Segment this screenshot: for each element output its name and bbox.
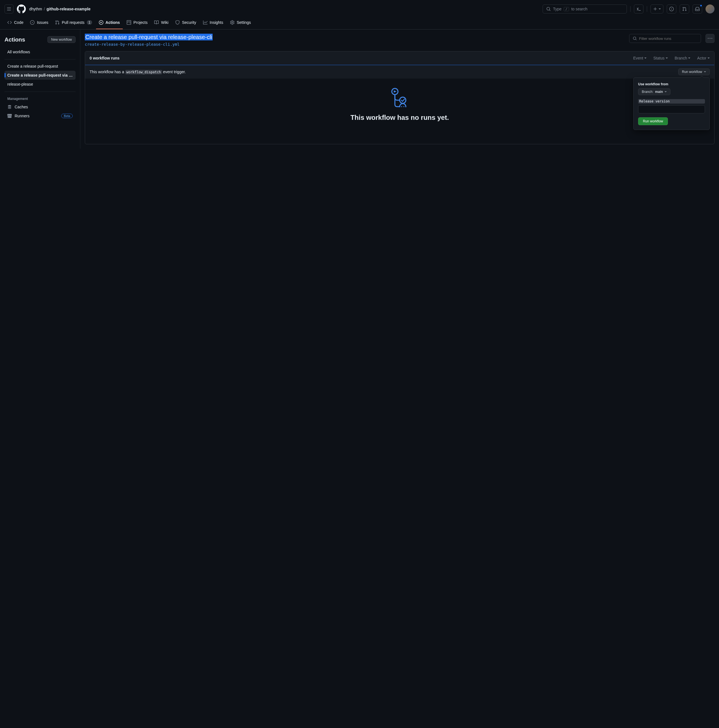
- filter-status[interactable]: Status: [653, 56, 668, 60]
- chevron-down-icon: [688, 58, 690, 59]
- notification-indicator: [700, 4, 702, 7]
- create-new-button[interactable]: [650, 5, 664, 14]
- gear-icon: [230, 20, 235, 25]
- branch-selector[interactable]: Branch: main: [638, 89, 670, 95]
- repo-nav: Code Issues Pull requests1 Actions Proje…: [0, 18, 719, 29]
- svg-point-1: [400, 97, 406, 103]
- pull-request-icon: [55, 20, 60, 25]
- tab-projects[interactable]: Projects: [124, 18, 150, 29]
- chevron-down-icon: [659, 8, 661, 9]
- sidebar: Actions New workflow All workflows Creat…: [0, 29, 80, 149]
- tab-security[interactable]: Security: [172, 18, 199, 29]
- sidebar-item-workflow-1[interactable]: Create a release pull-request via relea…: [5, 71, 75, 80]
- empty-state: This workflow has no runs yet.: [85, 79, 714, 144]
- search-icon: [633, 36, 637, 41]
- issues-icon: [30, 20, 35, 25]
- workflow-illustration-icon: [390, 87, 409, 107]
- chevron-down-icon: [664, 91, 667, 92]
- runners-label: Runners: [15, 114, 29, 118]
- breadcrumb-separator: /: [44, 7, 45, 11]
- search-input[interactable]: Type / to search: [543, 5, 627, 14]
- global-header: dhythm / github-release-example Type / t…: [0, 0, 719, 18]
- search-suffix: to search: [571, 7, 587, 11]
- run-workflow-button[interactable]: Run workflow: [678, 69, 710, 75]
- notifications-button[interactable]: [693, 5, 702, 14]
- inbox-icon: [695, 7, 700, 11]
- menu-button[interactable]: [5, 5, 14, 14]
- tab-wiki[interactable]: Wiki: [152, 18, 171, 29]
- release-version-label: Release version: [638, 99, 705, 104]
- filter-actor[interactable]: Actor: [697, 56, 710, 60]
- search-kbd: /: [564, 7, 569, 11]
- run-workflow-dropdown: Use workflow from Branch: main Release v…: [633, 78, 710, 130]
- pulls-count: 1: [87, 20, 92, 25]
- tab-issues[interactable]: Issues: [27, 18, 51, 29]
- pull-request-icon: [682, 7, 687, 11]
- tab-code[interactable]: Code: [5, 18, 26, 29]
- caches-label: Caches: [15, 105, 28, 109]
- filter-event[interactable]: Event: [633, 56, 647, 60]
- management-heading: Management: [5, 94, 75, 102]
- book-icon: [154, 20, 159, 25]
- svg-point-4: [403, 106, 405, 107]
- tab-settings[interactable]: Settings: [227, 18, 254, 29]
- runs-box: 0 workflow runs Event Status Branch Acto…: [85, 51, 714, 144]
- owner-link[interactable]: dhythm: [29, 7, 42, 11]
- dispatch-text: This workflow has a workflow_dispatch ev…: [90, 70, 185, 74]
- workflow-file-link[interactable]: create-release-by-release-please-cli.yml: [85, 42, 625, 47]
- new-workflow-button[interactable]: New workflow: [48, 36, 75, 43]
- kebab-menu-button[interactable]: [705, 34, 714, 43]
- content: Create a release pull-request via releas…: [80, 29, 719, 149]
- shield-icon: [175, 20, 180, 25]
- release-version-input[interactable]: [638, 105, 705, 113]
- chevron-down-icon: [704, 71, 706, 72]
- play-icon: [99, 20, 103, 25]
- filter-runs-wrapper[interactable]: [629, 34, 701, 43]
- chevron-down-icon: [644, 58, 647, 59]
- database-icon: [7, 105, 12, 109]
- svg-point-2: [400, 104, 406, 107]
- breadcrumb: dhythm / github-release-example: [29, 7, 90, 11]
- sidebar-item-workflow-0[interactable]: Create a release pull-request: [5, 62, 75, 71]
- sidebar-item-caches[interactable]: Caches: [5, 102, 75, 112]
- github-logo-icon[interactable]: [17, 5, 26, 14]
- sidebar-item-runners[interactable]: Runners Beta: [5, 112, 75, 121]
- plus-icon: [653, 7, 658, 11]
- terminal-icon: [636, 7, 641, 11]
- avatar[interactable]: [705, 5, 714, 14]
- tab-pulls[interactable]: Pull requests1: [52, 18, 95, 29]
- empty-heading: This workflow has no runs yet.: [92, 114, 707, 121]
- sidebar-item-all-workflows[interactable]: All workflows: [5, 47, 75, 57]
- sidebar-item-workflow-2[interactable]: release-please: [5, 80, 75, 89]
- pull-requests-button[interactable]: [680, 5, 689, 14]
- project-icon: [127, 20, 131, 25]
- code-icon: [7, 20, 12, 25]
- kebab-icon: [708, 36, 712, 41]
- sidebar-title: Actions: [5, 37, 25, 43]
- run-workflow-submit[interactable]: Run workflow: [638, 117, 668, 125]
- repo-link[interactable]: github-release-example: [47, 7, 90, 11]
- search-prefix: Type: [553, 7, 561, 11]
- tab-insights[interactable]: Insights: [200, 18, 226, 29]
- page-title: Create a release pull-request via releas…: [85, 34, 213, 40]
- issue-icon: [669, 7, 674, 11]
- search-icon: [546, 7, 551, 11]
- chevron-down-icon: [665, 58, 668, 59]
- issues-button[interactable]: [667, 5, 676, 14]
- tab-actions[interactable]: Actions: [96, 18, 123, 29]
- svg-point-3: [401, 106, 402, 107]
- hamburger-icon: [7, 7, 11, 11]
- runs-count: 0 workflow runs: [90, 56, 633, 60]
- beta-badge: Beta: [61, 114, 73, 118]
- server-icon: [7, 114, 12, 118]
- chevron-down-icon: [707, 58, 710, 59]
- filter-branch[interactable]: Branch: [675, 56, 690, 60]
- filter-runs-input[interactable]: [639, 37, 698, 41]
- use-workflow-from-label: Use workflow from: [638, 82, 705, 86]
- graph-icon: [203, 20, 207, 25]
- command-palette-button[interactable]: [634, 5, 644, 14]
